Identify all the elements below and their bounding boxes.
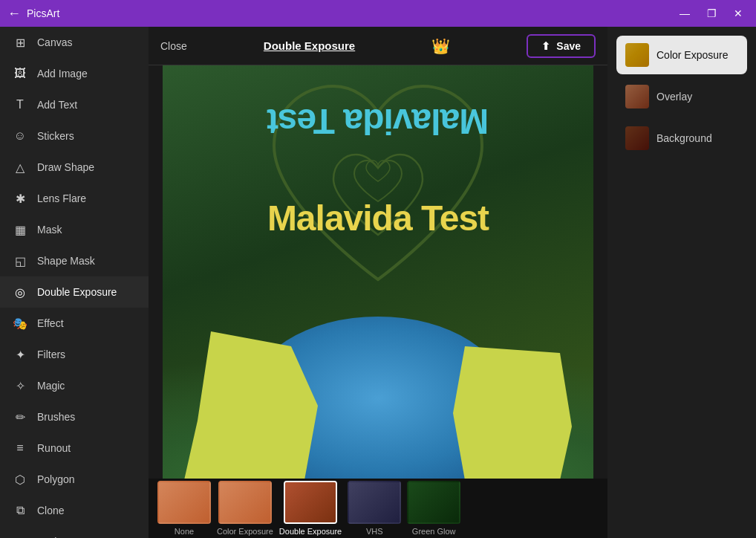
sidebar-item-stickers[interactable]: ☺Stickers [0,120,149,152]
sidebar-item-shape-mask[interactable]: ◱Shape Mask [0,245,149,276]
panel-overlay-button[interactable]: Overlay [616,77,747,116]
polygon-icon: ⬡ [12,471,28,487]
filter-label-vhs: VHS [366,527,383,536]
sidebar-label-mask: Mask [37,224,62,236]
title-bar-app-name: PicsArt [27,7,59,19]
save-icon: ⬆ [541,40,550,52]
minimize-button[interactable]: — [674,3,695,24]
filter-label-color-exposure: Color Exposure [217,527,273,536]
canvas-container: Malavida Test Malavida Test [149,65,607,479]
earth-yellow-right [453,346,572,479]
filter-label-double-exposure: Double Exposure [279,527,342,536]
sidebar-item-mask[interactable]: ▦Mask [0,214,149,245]
maximize-button[interactable]: ❐ [701,3,722,24]
motion-icon: ↺ [12,534,28,538]
title-bar-controls: — ❐ ✕ [674,3,749,24]
filter-label-none: None [175,527,194,536]
sidebar-item-draw-shape[interactable]: △Draw Shape [0,152,149,183]
panel-overlay-icon [625,85,649,108]
canvas-area: Malavida Test Malavida Test NoneColor Ex… [149,65,607,538]
panel-overlay-label: Overlay [656,91,692,103]
filter-thumb-vhs[interactable]: VHS [348,481,401,536]
filter-thumb-double-exposure[interactable]: Double Exposure [279,481,342,536]
top-bar-title: Double Exposure [264,39,355,52]
sidebar-label-polygon: Polygon [37,473,75,485]
sidebar-label-add-text: Add Text [37,99,77,111]
panel-background-label: Background [656,132,712,144]
canvas-icon: ⊞ [12,34,28,51]
canvas-text-mirrored: Malavida Test [163,101,593,142]
filter-thumb-none[interactable]: None [157,481,211,536]
filter-img-vhs [348,481,401,524]
title-bar-back-button[interactable]: ← [7,7,21,20]
sidebar-item-effect[interactable]: 🎭Effect [0,308,149,339]
sidebar-item-double-exposure[interactable]: ◎Double Exposure [0,276,149,308]
panel-color-exposure-button[interactable]: Color Exposure [616,36,747,74]
sidebar-item-clone[interactable]: ⧉Clone [0,495,149,526]
title-bar-left: ← PicsArt [7,7,59,20]
sidebar-item-polygon[interactable]: ⬡Polygon [0,464,149,495]
filter-img-double-exposure [284,481,337,524]
add-image-icon: 🖼 [12,65,28,82]
sidebar-item-magic[interactable]: ✧Magic [0,370,149,401]
filter-thumb-color-exposure[interactable]: Color Exposure [217,481,273,536]
sidebar-label-filters: Filters [37,349,65,360]
filter-label-green-glow: Green Glow [412,527,456,536]
sidebar-label-double-exposure: Double Exposure [37,286,117,298]
title-bar: ← PicsArt — ❐ ✕ [0,0,756,27]
sidebar-item-add-text[interactable]: TAdd Text [0,89,149,120]
sidebar-item-lens-flare[interactable]: ✱Lens Flare [0,183,149,214]
sidebar-label-lens-flare: Lens Flare [37,192,86,204]
sidebar-item-motion[interactable]: ↺Motion [0,526,149,538]
brushes-icon: ✏ [12,409,28,425]
filter-img-color-exposure [218,481,272,524]
sidebar-item-canvas[interactable]: ⊞Canvas [0,27,149,58]
stickers-icon: ☺ [12,128,28,144]
crown-icon: 👑 [431,37,450,55]
sidebar-label-clone: Clone [37,505,65,516]
add-text-icon: T [12,97,28,113]
sidebar-label-runout: Runout [37,442,71,454]
sidebar-label-stickers: Stickers [37,130,74,142]
top-bar: Close Double Exposure 👑 ⬆ Save [149,27,607,65]
sidebar-label-canvas: Canvas [37,36,72,48]
sidebar-item-filters[interactable]: ✦Filters [0,339,149,370]
sidebar-label-add-image: Add Image [37,68,88,80]
panel-background-icon [625,126,649,150]
canvas-text-normal: Malavida Test [163,198,593,239]
panel-color-exposure-label: Color Exposure [656,49,729,61]
sidebar-item-add-image[interactable]: 🖼Add Image [0,58,149,89]
sidebar-label-shape-mask: Shape Mask [37,255,95,267]
lens-flare-icon: ✱ [12,190,28,207]
runout-icon: ≡ [12,440,28,456]
filter-thumb-green-glow[interactable]: Green Glow [407,481,460,536]
filter-img-none [157,481,211,524]
sidebar-label-draw-shape: Draw Shape [37,161,94,173]
filters-icon: ✦ [12,346,28,363]
main-row: ⊞Canvas🖼Add ImageTAdd Text☺Stickers△Draw… [0,27,756,538]
save-label: Save [556,40,581,52]
sidebar-item-runout[interactable]: ≡Runout [0,432,149,464]
filter-img-green-glow [407,481,460,524]
double-exposure-icon: ◎ [12,284,28,300]
sidebar-label-brushes: Brushes [37,411,75,423]
sidebar-label-effect: Effect [37,317,64,329]
panel-color-exposure-icon [625,43,649,67]
close-button[interactable]: ✕ [728,3,749,24]
bottom-filter-strip: NoneColor ExposureDouble ExposureVHSGree… [149,479,607,538]
canvas-image: Malavida Test Malavida Test [163,65,593,479]
left-column: Close Double Exposure 👑 ⬆ Save [149,27,607,538]
top-bar-close-button[interactable]: Close [160,40,187,52]
panel-background-button[interactable]: Background [616,119,747,158]
right-panel: Color ExposureOverlayBackground [607,27,756,538]
clone-icon: ⧉ [12,502,28,519]
shape-mask-icon: ◱ [12,253,28,269]
magic-icon: ✧ [12,377,28,394]
draw-shape-icon: △ [12,159,28,175]
mask-icon: ▦ [12,221,28,238]
effect-icon: 🎭 [12,315,28,331]
sidebar-item-brushes[interactable]: ✏Brushes [0,401,149,432]
save-button[interactable]: ⬆ Save [527,34,596,58]
sidebar: ⊞Canvas🖼Add ImageTAdd Text☺Stickers△Draw… [0,27,149,538]
sidebar-label-magic: Magic [37,380,65,392]
